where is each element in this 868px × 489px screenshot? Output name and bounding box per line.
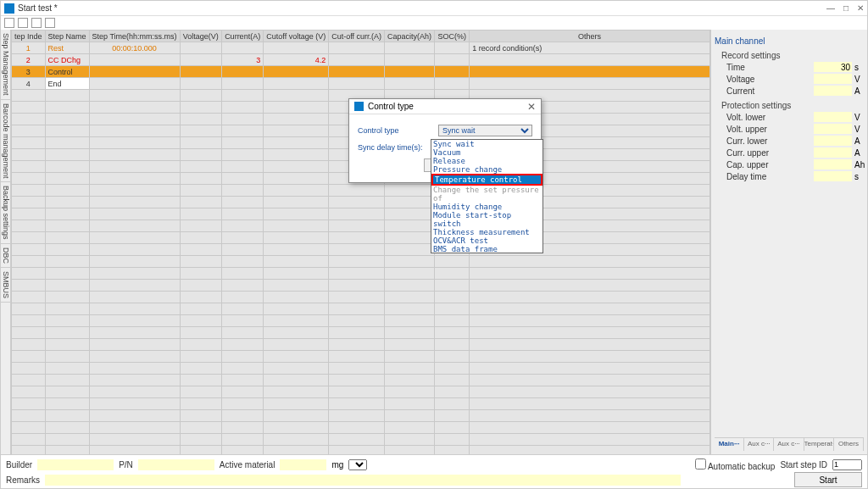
setting-label: Time <box>726 63 814 72</box>
save-as-icon[interactable] <box>45 18 55 28</box>
setting-unit: Ah <box>852 160 864 169</box>
dropdown-option[interactable]: Release <box>431 157 542 165</box>
dropdown-option[interactable]: Change the set pressure of <box>431 186 542 203</box>
sync-delay-label: Sync delay time(s): <box>358 143 436 152</box>
setting-input[interactable] <box>814 159 852 169</box>
setting-label: Cap. upper <box>726 160 814 169</box>
dropdown-option[interactable]: BMS data frame <box>431 245 542 253</box>
remarks-input[interactable] <box>45 475 681 486</box>
table-row[interactable]: 1Rest00:00:10.0001 record condition(s) <box>12 42 710 54</box>
setting-unit: A <box>852 148 864 158</box>
setting-unit: s <box>852 172 864 181</box>
close-icon[interactable]: ✕ <box>857 3 864 13</box>
am-unit: mg <box>331 460 343 470</box>
main-channel-title: Main channel <box>715 36 864 46</box>
start-step-label: Start step ID <box>780 460 827 470</box>
setting-input[interactable] <box>814 124 852 134</box>
column-header[interactable]: Current(A) <box>221 31 263 42</box>
setting-unit: A <box>852 86 864 96</box>
open-icon[interactable] <box>18 18 28 28</box>
setting-input[interactable] <box>814 62 852 72</box>
setting-unit: V <box>852 75 864 84</box>
right-tab[interactable]: Others <box>834 438 864 451</box>
dropdown-option[interactable]: Vacuum <box>431 148 542 157</box>
minimize-icon[interactable]: — <box>826 3 835 13</box>
table-row[interactable]: 3Control <box>12 66 710 78</box>
column-header[interactable]: Others <box>470 31 710 42</box>
record-settings-title: Record settings <box>715 51 864 60</box>
dropdown-option[interactable]: Thickness measurement <box>431 228 542 236</box>
window-title: Start test * <box>18 3 58 13</box>
dropdown-option[interactable]: Humidity change <box>431 203 542 211</box>
left-tab[interactable]: DBC <box>1 244 10 268</box>
save-icon[interactable] <box>31 18 42 28</box>
title-bar: Start test * — □ ✕ <box>1 1 867 16</box>
maximize-icon[interactable]: □ <box>843 3 849 13</box>
dialog-title: Control type <box>368 102 414 111</box>
right-tab[interactable]: Temperat··· <box>804 438 834 451</box>
column-header[interactable]: Cut-off curr.(A) <box>329 31 385 42</box>
setting-label: Volt. upper <box>726 125 814 134</box>
right-tab[interactable]: Aux c··· <box>744 438 774 451</box>
setting-label: Current <box>726 86 814 96</box>
dropdown-option[interactable]: Temperature control <box>431 174 542 186</box>
table-row[interactable]: 2CC DChg34.2 <box>12 54 710 66</box>
setting-input[interactable] <box>814 136 852 146</box>
setting-input[interactable] <box>814 74 852 84</box>
setting-input[interactable] <box>814 86 852 96</box>
pn-label: P/N <box>119 460 133 470</box>
setting-label: Curr. upper <box>726 148 814 158</box>
dropdown-option[interactable]: Sync wait <box>431 140 542 148</box>
protection-settings-title: Protection settings <box>715 101 864 110</box>
dialog-close-icon[interactable]: ✕ <box>527 101 536 113</box>
start-step-input[interactable] <box>832 459 862 470</box>
toolbar <box>1 16 867 30</box>
active-material-label: Active material <box>220 460 275 470</box>
table-row[interactable]: 4End <box>12 78 710 90</box>
control-type-label: Control type <box>358 126 438 135</box>
setting-input[interactable] <box>814 112 852 122</box>
setting-label: Volt. lower <box>726 113 814 122</box>
right-tab[interactable]: Aux c··· <box>774 438 804 451</box>
left-tab[interactable]: Barcode management <box>1 100 10 183</box>
control-type-dropdown[interactable]: Sync waitVacuumReleasePressure changeTem… <box>431 139 543 253</box>
auto-backup-checkbox[interactable]: Automatic backup <box>695 458 776 471</box>
start-button[interactable]: Start <box>794 472 862 487</box>
setting-input[interactable] <box>814 147 852 158</box>
setting-label: Voltage <box>726 75 814 84</box>
left-tab[interactable]: SMBUS <box>1 268 10 303</box>
setting-label: Curr. lower <box>726 136 814 146</box>
column-header[interactable]: Step Name <box>45 31 89 42</box>
dropdown-option[interactable]: OCV&ACR test <box>431 236 542 245</box>
right-panel: Main channel Record settings TimesVoltag… <box>710 30 867 454</box>
dialog-icon <box>354 102 364 111</box>
right-tab[interactable]: Main··· <box>715 438 744 451</box>
column-header[interactable]: SOC(%) <box>435 31 470 42</box>
column-header[interactable]: Step Time(hh:mm:ss.ms) <box>89 31 180 42</box>
step-table[interactable]: tep IndeStep NameStep Time(hh:mm:ss.ms)V… <box>11 30 710 454</box>
column-header[interactable]: Capacity(Ah) <box>385 31 435 42</box>
setting-unit: s <box>852 63 864 72</box>
app-icon <box>4 3 14 14</box>
builder-label: Builder <box>6 460 32 470</box>
left-tabs: Step ManagementBarcode managementBackup … <box>1 30 11 454</box>
pn-input[interactable] <box>138 459 214 470</box>
left-tab[interactable]: Step Management <box>1 30 10 100</box>
active-material-input[interactable] <box>280 459 326 470</box>
dropdown-option[interactable]: Pressure change <box>431 165 542 174</box>
control-type-select[interactable]: Sync wait <box>438 125 532 136</box>
bottom-bar: Builder P/N Active material mg Automatic… <box>1 454 867 488</box>
column-header[interactable]: Voltage(V) <box>180 31 221 42</box>
right-panel-tabs: Main···Aux c···Aux c···Temperat···Others <box>715 437 864 451</box>
dropdown-option[interactable]: Module start-stop switch <box>431 211 542 228</box>
left-tab[interactable]: Backup settings <box>1 182 10 244</box>
setting-input[interactable] <box>814 171 852 181</box>
column-header[interactable]: Cutoff voltage (V) <box>264 31 329 42</box>
new-icon[interactable] <box>4 18 14 28</box>
setting-unit: A <box>852 136 864 146</box>
column-header[interactable]: tep Inde <box>12 31 46 42</box>
remarks-label: Remarks <box>6 475 40 485</box>
am-unit-select[interactable] <box>348 459 367 470</box>
builder-input[interactable] <box>37 459 114 470</box>
setting-label: Delay time <box>726 172 814 181</box>
